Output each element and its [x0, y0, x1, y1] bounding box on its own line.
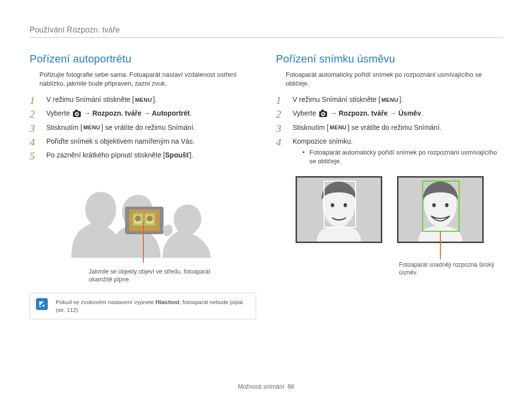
- intro-left: Pořizujte fotografie sebe sama. Fotoapar…: [39, 70, 256, 88]
- left-column: Pořízení autoportrétu Pořizujte fotograf…: [30, 53, 256, 319]
- step-number: 1: [276, 93, 289, 108]
- content-columns: Pořízení autoportrétu Pořizujte fotograf…: [30, 53, 502, 319]
- step-text: V režimu Snímání stiskněte [: [46, 95, 134, 103]
- step-text: ].: [399, 95, 403, 103]
- step-text: Stisknutím [: [46, 123, 82, 131]
- step-number: 3: [276, 121, 289, 136]
- svg-point-4: [135, 216, 141, 221]
- section-title-right: Pořízení snímku úsměvu: [276, 53, 502, 65]
- menu-icon: MENU: [329, 125, 347, 130]
- step-number: 4: [276, 134, 289, 150]
- step-number: 1: [30, 93, 42, 108]
- svg-point-5: [147, 216, 153, 221]
- caption-left: Jakmile se objekty objeví ve středu, fot…: [89, 268, 217, 284]
- sub-bullets: Fotoaparát automaticky pořídí snímek po …: [302, 148, 502, 166]
- svg-point-8: [42, 305, 44, 307]
- step-1: 1 V režimu Snímání stiskněte [MENU].: [276, 94, 502, 104]
- right-column: Pořízení snímku úsměvu Fotoaparát automa…: [276, 53, 502, 319]
- step-text: V režimu Snímání stiskněte [: [293, 95, 380, 103]
- step-number: 2: [30, 106, 42, 122]
- footer-page: 68: [288, 383, 294, 390]
- note-box: Pokud ve zvukovém nastavení vypnete Hlas…: [30, 293, 256, 319]
- note-icon: [36, 298, 48, 310]
- step-number: 3: [30, 121, 42, 136]
- camera-icon: [319, 111, 327, 117]
- note-text: Pokud ve zvukovém nastavení vypnete: [56, 299, 156, 305]
- page: Používání Rozpozn. tváře Pořízení autopo…: [0, 0, 532, 401]
- menu-icon: MENU: [380, 97, 399, 103]
- footer-label: Možnosti snímání: [238, 383, 284, 390]
- breadcrumb: Používání Rozpozn. tváře: [30, 26, 502, 38]
- face-frame-smile: [397, 176, 484, 243]
- step-1: 1 V režimu Snímání stiskněte [MENU].: [30, 94, 256, 104]
- step-4: 4 Kompozice snímku. Fotoaparát automatic…: [276, 136, 502, 166]
- step-text: Pořiďte snímek s objektivem namířeným na…: [46, 137, 195, 145]
- page-footer: Možnosti snímání 68: [0, 383, 532, 390]
- smile-detect-box: [422, 181, 460, 232]
- step-3: 3 Stisknutím [MENU] se vrátíte do režimu…: [30, 123, 256, 132]
- steps-right: 1 V režimu Snímání stiskněte [MENU]. 2 V…: [276, 94, 502, 166]
- illustration-smile-row: [296, 176, 502, 243]
- step-bold: → Rozpozn. tváře → Úsměv: [328, 109, 421, 117]
- note-bold: Hlasitost: [156, 299, 180, 305]
- step-2: 2 Vyberte → Rozpozn. tváře → Úsměv.: [276, 108, 502, 118]
- caption-right: Fotoaparát snadněji rozpozná široký úsmě…: [399, 261, 502, 278]
- step-text: ] se vrátíte do režimu Snímání.: [101, 123, 196, 131]
- menu-icon: MENU: [82, 125, 101, 130]
- camera-icon: [73, 111, 81, 117]
- step-bold: → Rozpozn. tváře → Autoportrét: [82, 109, 190, 117]
- face-frame-neutral: [296, 176, 382, 243]
- menu-icon: MENU: [134, 97, 153, 103]
- step-text: Po zaznění krátkého pípnutí stiskněte [: [46, 151, 165, 159]
- section-title-left: Pořízení autoportrétu: [30, 53, 256, 65]
- intro-right: Fotoaparát automaticky pořídí snímek po …: [286, 70, 502, 88]
- step-bold: Spoušť: [165, 151, 190, 159]
- steps-left: 1 V režimu Snímání stiskněte [MENU]. 2 V…: [30, 94, 256, 160]
- step-number: 5: [30, 148, 42, 164]
- step-4: 4 Pořiďte snímek s objektivem namířeným …: [30, 136, 256, 146]
- svg-rect-9: [39, 307, 41, 307]
- step-text: .: [421, 109, 423, 117]
- step-text: ].: [153, 95, 157, 103]
- step-number: 2: [276, 106, 289, 122]
- step-text: ] se vrátíte do režimu Snímání.: [348, 123, 442, 131]
- step-2: 2 Vyberte → Rozpozn. tváře → Autoportrét…: [30, 108, 256, 118]
- pointer-line: [143, 222, 144, 263]
- step-5: 5 Po zaznění krátkého pípnutí stiskněte …: [30, 150, 256, 160]
- step-text: Stisknutím [: [293, 123, 329, 131]
- step-number: 4: [30, 134, 42, 150]
- sub-bullet: Fotoaparát automaticky pořídí snímek po …: [302, 148, 502, 166]
- step-3: 3 Stisknutím [MENU] se vrátíte do režimu…: [276, 123, 502, 132]
- pointer-line: [440, 231, 441, 259]
- illustration-selfie: [64, 169, 222, 263]
- step-text: .: [190, 109, 192, 117]
- step-text: ].: [190, 151, 194, 159]
- face-detect-box: [324, 181, 356, 228]
- step-text: Vyberte: [293, 109, 318, 117]
- step-text: Vyberte: [46, 109, 72, 117]
- step-text: Kompozice snímku.: [293, 137, 353, 145]
